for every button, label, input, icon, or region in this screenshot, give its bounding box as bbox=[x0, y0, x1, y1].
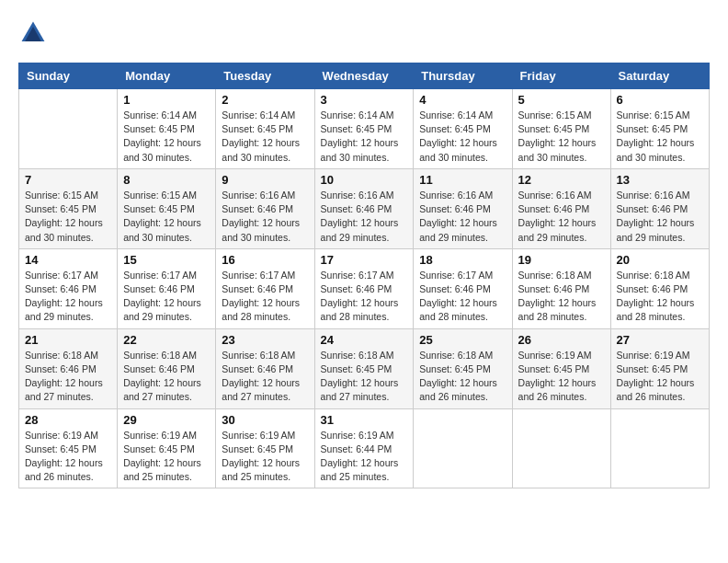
table-row: 4Sunrise: 6:14 AM Sunset: 6:45 PM Daylig… bbox=[414, 89, 512, 169]
table-row: 20Sunrise: 6:18 AM Sunset: 6:46 PM Dayli… bbox=[610, 248, 709, 328]
day-info: Sunrise: 6:14 AM Sunset: 6:45 PM Dayligh… bbox=[123, 109, 210, 165]
day-number: 22 bbox=[123, 333, 210, 347]
day-info: Sunrise: 6:14 AM Sunset: 6:45 PM Dayligh… bbox=[222, 109, 308, 165]
table-row bbox=[414, 408, 512, 488]
day-number: 21 bbox=[25, 333, 111, 347]
day-number: 3 bbox=[321, 93, 408, 107]
day-info: Sunrise: 6:19 AM Sunset: 6:45 PM Dayligh… bbox=[518, 349, 605, 405]
day-number: 17 bbox=[321, 253, 408, 267]
day-info: Sunrise: 6:19 AM Sunset: 6:45 PM Dayligh… bbox=[222, 429, 308, 485]
table-row: 24Sunrise: 6:18 AM Sunset: 6:45 PM Dayli… bbox=[314, 328, 414, 408]
table-row: 7Sunrise: 6:15 AM Sunset: 6:45 PM Daylig… bbox=[19, 168, 118, 248]
day-info: Sunrise: 6:17 AM Sunset: 6:46 PM Dayligh… bbox=[25, 269, 111, 325]
day-info: Sunrise: 6:15 AM Sunset: 6:45 PM Dayligh… bbox=[123, 189, 210, 245]
table-row: 26Sunrise: 6:19 AM Sunset: 6:45 PM Dayli… bbox=[512, 328, 610, 408]
day-number: 30 bbox=[222, 413, 308, 427]
calendar-week-row: 21Sunrise: 6:18 AM Sunset: 6:46 PM Dayli… bbox=[19, 328, 710, 408]
col-tuesday: Tuesday bbox=[216, 63, 314, 89]
col-sunday: Sunday bbox=[19, 63, 118, 89]
day-info: Sunrise: 6:17 AM Sunset: 6:46 PM Dayligh… bbox=[123, 269, 210, 325]
table-row: 3Sunrise: 6:14 AM Sunset: 6:45 PM Daylig… bbox=[314, 89, 414, 169]
day-number: 24 bbox=[321, 333, 408, 347]
table-row: 18Sunrise: 6:17 AM Sunset: 6:46 PM Dayli… bbox=[414, 248, 512, 328]
calendar-week-row: 14Sunrise: 6:17 AM Sunset: 6:46 PM Dayli… bbox=[19, 248, 710, 328]
day-number: 18 bbox=[419, 253, 506, 267]
day-info: Sunrise: 6:15 AM Sunset: 6:45 PM Dayligh… bbox=[617, 109, 703, 165]
page-header bbox=[18, 18, 710, 48]
logo-icon bbox=[18, 18, 48, 48]
calendar-table: Sunday Monday Tuesday Wednesday Thursday… bbox=[18, 63, 710, 488]
table-row: 9Sunrise: 6:16 AM Sunset: 6:46 PM Daylig… bbox=[216, 168, 314, 248]
table-row: 30Sunrise: 6:19 AM Sunset: 6:45 PM Dayli… bbox=[216, 408, 314, 488]
col-wednesday: Wednesday bbox=[314, 63, 414, 89]
day-info: Sunrise: 6:16 AM Sunset: 6:46 PM Dayligh… bbox=[617, 189, 703, 245]
table-row: 8Sunrise: 6:15 AM Sunset: 6:45 PM Daylig… bbox=[118, 168, 216, 248]
day-info: Sunrise: 6:16 AM Sunset: 6:46 PM Dayligh… bbox=[222, 189, 308, 245]
day-info: Sunrise: 6:18 AM Sunset: 6:46 PM Dayligh… bbox=[518, 269, 605, 325]
day-number: 14 bbox=[25, 253, 111, 267]
table-row: 17Sunrise: 6:17 AM Sunset: 6:46 PM Dayli… bbox=[314, 248, 414, 328]
table-row: 21Sunrise: 6:18 AM Sunset: 6:46 PM Dayli… bbox=[19, 328, 118, 408]
table-row: 25Sunrise: 6:18 AM Sunset: 6:45 PM Dayli… bbox=[414, 328, 512, 408]
table-row: 6Sunrise: 6:15 AM Sunset: 6:45 PM Daylig… bbox=[610, 89, 709, 169]
table-row: 31Sunrise: 6:19 AM Sunset: 6:44 PM Dayli… bbox=[314, 408, 414, 488]
day-info: Sunrise: 6:18 AM Sunset: 6:45 PM Dayligh… bbox=[321, 349, 408, 405]
calendar-week-row: 1Sunrise: 6:14 AM Sunset: 6:45 PM Daylig… bbox=[19, 89, 710, 169]
col-thursday: Thursday bbox=[414, 63, 512, 89]
logo bbox=[18, 18, 51, 48]
table-row: 23Sunrise: 6:18 AM Sunset: 6:46 PM Dayli… bbox=[216, 328, 314, 408]
table-row: 14Sunrise: 6:17 AM Sunset: 6:46 PM Dayli… bbox=[19, 248, 118, 328]
table-row: 12Sunrise: 6:16 AM Sunset: 6:46 PM Dayli… bbox=[512, 168, 610, 248]
day-number: 25 bbox=[419, 333, 506, 347]
day-number: 4 bbox=[419, 93, 506, 107]
day-info: Sunrise: 6:16 AM Sunset: 6:46 PM Dayligh… bbox=[419, 189, 506, 245]
day-info: Sunrise: 6:18 AM Sunset: 6:46 PM Dayligh… bbox=[25, 349, 111, 405]
day-info: Sunrise: 6:15 AM Sunset: 6:45 PM Dayligh… bbox=[518, 109, 605, 165]
day-number: 16 bbox=[222, 253, 308, 267]
day-info: Sunrise: 6:16 AM Sunset: 6:46 PM Dayligh… bbox=[518, 189, 605, 245]
day-info: Sunrise: 6:16 AM Sunset: 6:46 PM Dayligh… bbox=[321, 189, 408, 245]
day-number: 12 bbox=[518, 173, 605, 187]
table-row: 19Sunrise: 6:18 AM Sunset: 6:46 PM Dayli… bbox=[512, 248, 610, 328]
table-row: 10Sunrise: 6:16 AM Sunset: 6:46 PM Dayli… bbox=[314, 168, 414, 248]
day-info: Sunrise: 6:14 AM Sunset: 6:45 PM Dayligh… bbox=[419, 109, 506, 165]
table-row: 16Sunrise: 6:17 AM Sunset: 6:46 PM Dayli… bbox=[216, 248, 314, 328]
calendar-header-row: Sunday Monday Tuesday Wednesday Thursday… bbox=[19, 63, 710, 89]
day-number: 23 bbox=[222, 333, 308, 347]
day-info: Sunrise: 6:19 AM Sunset: 6:44 PM Dayligh… bbox=[321, 429, 408, 485]
table-row bbox=[512, 408, 610, 488]
table-row: 1Sunrise: 6:14 AM Sunset: 6:45 PM Daylig… bbox=[118, 89, 216, 169]
table-row bbox=[19, 89, 118, 169]
day-info: Sunrise: 6:18 AM Sunset: 6:45 PM Dayligh… bbox=[419, 349, 506, 405]
table-row: 13Sunrise: 6:16 AM Sunset: 6:46 PM Dayli… bbox=[610, 168, 709, 248]
day-info: Sunrise: 6:17 AM Sunset: 6:46 PM Dayligh… bbox=[419, 269, 506, 325]
table-row: 22Sunrise: 6:18 AM Sunset: 6:46 PM Dayli… bbox=[118, 328, 216, 408]
table-row: 28Sunrise: 6:19 AM Sunset: 6:45 PM Dayli… bbox=[19, 408, 118, 488]
calendar-week-row: 7Sunrise: 6:15 AM Sunset: 6:45 PM Daylig… bbox=[19, 168, 710, 248]
day-number: 7 bbox=[25, 173, 111, 187]
day-info: Sunrise: 6:17 AM Sunset: 6:46 PM Dayligh… bbox=[222, 269, 308, 325]
day-number: 19 bbox=[518, 253, 605, 267]
day-number: 13 bbox=[617, 173, 703, 187]
table-row: 15Sunrise: 6:17 AM Sunset: 6:46 PM Dayli… bbox=[118, 248, 216, 328]
day-info: Sunrise: 6:14 AM Sunset: 6:45 PM Dayligh… bbox=[321, 109, 408, 165]
table-row bbox=[610, 408, 709, 488]
day-number: 11 bbox=[419, 173, 506, 187]
day-number: 1 bbox=[123, 93, 210, 107]
day-info: Sunrise: 6:18 AM Sunset: 6:46 PM Dayligh… bbox=[123, 349, 210, 405]
table-row: 27Sunrise: 6:19 AM Sunset: 6:45 PM Dayli… bbox=[610, 328, 709, 408]
day-number: 29 bbox=[123, 413, 210, 427]
day-number: 20 bbox=[617, 253, 703, 267]
day-info: Sunrise: 6:17 AM Sunset: 6:46 PM Dayligh… bbox=[321, 269, 408, 325]
day-number: 26 bbox=[518, 333, 605, 347]
day-number: 9 bbox=[222, 173, 308, 187]
day-number: 2 bbox=[222, 93, 308, 107]
day-number: 15 bbox=[123, 253, 210, 267]
col-saturday: Saturday bbox=[610, 63, 709, 89]
table-row: 2Sunrise: 6:14 AM Sunset: 6:45 PM Daylig… bbox=[216, 89, 314, 169]
day-number: 28 bbox=[25, 413, 111, 427]
table-row: 29Sunrise: 6:19 AM Sunset: 6:45 PM Dayli… bbox=[118, 408, 216, 488]
day-info: Sunrise: 6:15 AM Sunset: 6:45 PM Dayligh… bbox=[25, 189, 111, 245]
day-number: 5 bbox=[518, 93, 605, 107]
day-info: Sunrise: 6:18 AM Sunset: 6:46 PM Dayligh… bbox=[617, 269, 703, 325]
